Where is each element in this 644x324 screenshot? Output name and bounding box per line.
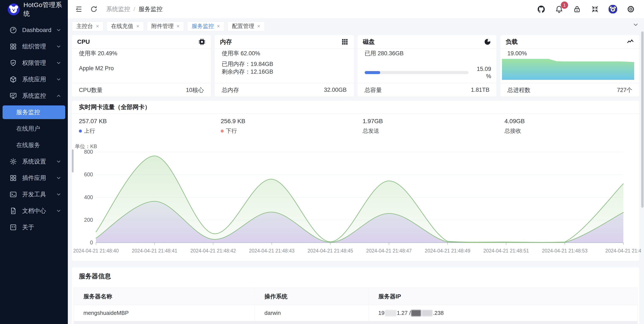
content-scrollbar-thumb[interactable] (72, 149, 74, 172)
tab-label: 服务监控 (192, 23, 214, 30)
sidebar-menu: Dashboard 组织管理 权限管理 系统应用 系统监控 服务监控 在 (0, 19, 68, 234)
breadcrumb: 系统监控 / 服务监控 (106, 5, 162, 13)
sidebar-subitem-service-monitor[interactable]: 服务监控 (2, 105, 65, 119)
breadcrumb-parent[interactable]: 系统监控 (106, 5, 130, 13)
traffic-stats: 257.07 KB 上行 256.9 KB 下行 1.97GB 总发送 4.09… (72, 114, 639, 135)
avatar[interactable] (607, 4, 618, 15)
breadcrumb-separator: / (134, 6, 135, 13)
close-icon[interactable]: × (96, 24, 99, 29)
top-header: 系统监控 / 服务监控 1 (68, 0, 644, 19)
tab-label: 附件管理 (152, 23, 174, 30)
ip-mid: 1.27 / (397, 310, 411, 316)
chevron-down-icon (56, 60, 62, 66)
sidebar-item-label: 系统监控 (22, 92, 56, 100)
y-tick-label: 600 (72, 171, 93, 178)
tab-attachments[interactable]: 附件管理 × (147, 21, 184, 31)
disk-footer-label: 总容量 (365, 86, 382, 94)
memory-footer-value: 32.00GB (324, 87, 347, 93)
close-icon[interactable]: × (176, 24, 180, 29)
disk-progress-track (365, 71, 469, 74)
menu-fold-icon[interactable] (74, 5, 84, 14)
sidebar-item-permission[interactable]: 权限管理 (0, 56, 68, 70)
tab-label: 配置管理 (232, 23, 254, 30)
sidebar-item-dev-tools[interactable]: 开发工具 (0, 188, 68, 201)
traffic-up-label: 上行 (84, 127, 95, 135)
sidebar: HotGo管理系统 Dashboard 组织管理 权限管理 系统应用 系统监控 (0, 0, 68, 324)
disk-footer-value: 1.81TB (471, 87, 490, 93)
terminal-icon (10, 191, 17, 198)
stat-cards-row: CPU 使用率 20.49% Apple M2 Pro CPU数量 10核心 内… (72, 35, 639, 97)
sidebar-item-plugins[interactable]: 插件应用 (0, 171, 68, 185)
cpu-usage: 使用率 20.49% (79, 50, 117, 57)
load-footer-value: 727个 (617, 86, 632, 94)
gear-icon (10, 158, 17, 165)
x-tick-label: 2024-04-21 21:48:49 (425, 248, 470, 254)
traffic-sent-label: 总发送 (363, 127, 379, 135)
load-sparkline (502, 59, 634, 80)
monitor-board-icon (10, 92, 17, 100)
memory-grid-icon (341, 38, 348, 46)
memory-card-title: 内存 (220, 38, 232, 46)
disk-progress-fill (365, 71, 380, 74)
tab-config[interactable]: 配置管理 × (228, 21, 265, 31)
close-icon[interactable]: × (217, 24, 220, 29)
tab-console[interactable]: 主控台 × (72, 21, 104, 31)
server-table-header: 服务器名称 操作系统 服务器IP (74, 288, 638, 305)
load-trend-icon (627, 38, 634, 46)
tab-online-recharge[interactable]: 在线充值 × (106, 21, 144, 31)
sidebar-item-system-app[interactable]: 系统应用 (0, 73, 68, 86)
refresh-icon[interactable] (89, 5, 98, 14)
vertical-scrollbar[interactable] (641, 31, 644, 208)
disk-pie-icon (484, 38, 491, 46)
memory-card: 内存 使用率 62.00% 已用内存：19.84GB 剩余内存：12.16GB … (215, 35, 354, 97)
traffic-received-value: 4.09GB (504, 117, 639, 125)
traffic-received-label: 总接收 (504, 127, 521, 135)
cpu-chip-icon (198, 38, 206, 46)
traffic-down-value: 256.9 KB (221, 117, 356, 125)
fullscreen-icon[interactable] (590, 4, 600, 15)
x-tick-label: 2024-04-21 21:4 (606, 248, 642, 254)
sidebar-item-system-settings[interactable]: 系统设置 (0, 155, 68, 168)
tab-label: 主控台 (76, 23, 93, 30)
sidebar-item-system-monitor[interactable]: 系统监控 (0, 89, 68, 103)
sidebar-item-label: 系统设置 (22, 158, 56, 166)
close-icon[interactable]: × (257, 24, 260, 29)
sidebar-item-label: 插件应用 (22, 174, 56, 182)
sidebar-item-label: 关于 (22, 223, 62, 231)
sidebar-item-dashboard[interactable]: Dashboard (0, 23, 68, 37)
up-series-dot (79, 130, 82, 133)
lock-icon[interactable] (572, 4, 582, 15)
app-logo-icon (8, 4, 20, 15)
table-row: mengshuaideMBP darwin 191.27 / .238 (74, 305, 638, 321)
traffic-stat-received: 4.09GB 总接收 (498, 114, 639, 135)
app-title: HotGo管理系统 (24, 1, 68, 18)
server-info-card: 服务器信息 服务器名称 操作系统 服务器IP mengshuaideMBP da… (72, 267, 639, 324)
bell-icon[interactable]: 1 (554, 4, 565, 15)
tab-service-monitor[interactable]: 服务监控 × (187, 21, 224, 31)
tabs-chevron-down-icon[interactable] (632, 22, 639, 28)
sidebar-item-label: 组织管理 (22, 43, 56, 51)
chevron-down-icon (56, 44, 62, 49)
sidebar-item-org[interactable]: 组织管理 (0, 40, 68, 53)
col-header-server-name: 服务器名称 (74, 288, 255, 305)
tab-strip: 主控台 × 在线充值 × 附件管理 × 服务监控 × 配置管理 × (68, 19, 644, 34)
chevron-down-icon (56, 208, 62, 214)
x-tick-label: 2024-04-21 21:48:41 (132, 248, 178, 254)
disk-progress-percent: 15.09 % (472, 65, 491, 80)
sidebar-subitem-online-services[interactable]: 在线服务 (2, 138, 65, 152)
col-header-os: 操作系统 (255, 288, 369, 305)
sidebar-item-docs[interactable]: 文档中心 (0, 204, 68, 218)
load-card-title: 负载 (506, 38, 518, 46)
memory-usage: 使用率 62.00% (222, 50, 260, 57)
app-logo-row[interactable]: HotGo管理系统 (0, 0, 68, 19)
ip-redacted-block (411, 310, 421, 316)
settings-gear-icon[interactable] (625, 4, 636, 15)
close-icon[interactable]: × (136, 24, 139, 29)
github-icon[interactable] (536, 4, 547, 15)
page-content: CPU 使用率 20.49% Apple M2 Pro CPU数量 10核心 内… (68, 34, 644, 324)
chevron-down-icon (56, 77, 62, 82)
sidebar-item-about[interactable]: 关于 (0, 220, 68, 234)
sidebar-item-label: 在线用户 (16, 125, 40, 133)
sidebar-subitem-online-users[interactable]: 在线用户 (2, 122, 65, 136)
memory-footer-label: 总内存 (222, 86, 239, 94)
